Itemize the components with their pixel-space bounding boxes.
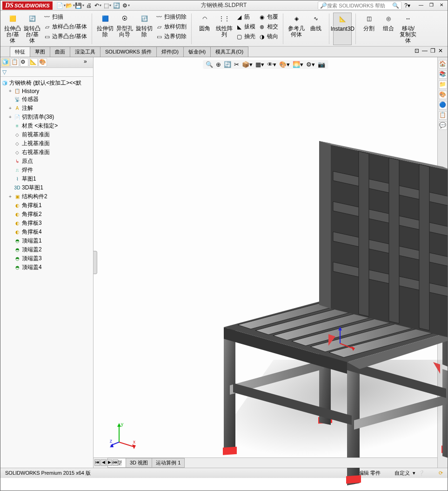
tree-node-15[interactable]: ◐角撑板3 [1, 219, 92, 228]
tab-last-icon[interactable]: ⏭ [113, 459, 118, 466]
shell-button[interactable]: ▢抽壳 [234, 32, 256, 41]
extrude-boss-button[interactable]: 🟨拉伸凸台/基体 [3, 13, 22, 45]
rebuild-icon[interactable]: 🔄 [113, 2, 120, 9]
loft-button[interactable]: ▱放样凸台/基体 [42, 22, 88, 31]
rib-button[interactable]: ◢筋 [234, 13, 256, 21]
instant3d-button[interactable]: 📐Instant3D [333, 13, 352, 45]
close-button[interactable]: ✕ [437, 2, 446, 9]
tree-node-4[interactable]: ≡材质 <未指定> [1, 121, 92, 130]
tree-node-12[interactable]: +▣结构构件2 [1, 192, 92, 201]
tree-node-2[interactable]: +A注解 [1, 104, 92, 113]
tree-node-6[interactable]: ◇上视基准面 [1, 139, 92, 148]
revolve-cut-button[interactable]: 🔃旋转切除 [135, 13, 154, 39]
open-file-icon[interactable]: 📂▾ [67, 2, 74, 9]
tree-node-20[interactable]: ◓顶端盖4 [1, 263, 92, 272]
zoom-area-icon[interactable]: ⊕ [216, 61, 221, 68]
cmd-tab-1[interactable]: 草图 [30, 47, 50, 57]
loft-cut-button[interactable]: ▱放样切割 [154, 22, 187, 31]
display-manager-tab-icon[interactable]: 🎨 [39, 58, 47, 67]
select-icon[interactable]: ⬚▾ [104, 2, 111, 9]
cmd-tab-7[interactable]: 模具工具(O) [210, 47, 248, 57]
ref-geometry-button[interactable]: ◈参考几何体 [287, 13, 306, 39]
tree-node-7[interactable]: ◇右视基准面 [1, 148, 92, 157]
boundary-cut-button[interactable]: ▭边界切除 [154, 32, 187, 41]
split-button[interactable]: ◫分割 [360, 13, 378, 33]
render-icon[interactable]: 📷 [318, 61, 325, 68]
tab-next-icon[interactable]: ▶ [107, 459, 112, 466]
tree-filter[interactable]: ▽ [0, 68, 93, 77]
bottom-tab-1[interactable]: 3D 视图 [126, 458, 152, 468]
config-manager-tab-icon[interactable]: ⚙ [20, 58, 28, 67]
tree-node-17[interactable]: ◓顶端盖1 [1, 236, 92, 245]
tab-first-icon[interactable]: ⏮ [94, 459, 100, 466]
view-settings-icon[interactable]: ⚙▾ [306, 61, 315, 68]
tree-node-16[interactable]: ◐角撑板4 [1, 228, 92, 236]
doc-min-icon[interactable]: — [422, 47, 428, 54]
linear-pattern-button[interactable]: ⋮⋮线性阵列 [215, 13, 234, 39]
dimxpert-tab-icon[interactable]: 📐 [29, 58, 38, 67]
tree-node-0[interactable]: +📋History [1, 87, 92, 95]
revolve-boss-button[interactable]: 🔄旋转凸台/基体 [23, 13, 41, 45]
tree-node-18[interactable]: ◓顶端盖2 [1, 245, 92, 254]
sweep-cut-button[interactable]: 〰扫描切除 [154, 13, 187, 21]
tree-node-19[interactable]: ◓顶端盖3 [1, 254, 92, 263]
fillet-button[interactable]: ◠圆角 [195, 13, 214, 33]
restore-button[interactable]: ❐ [427, 2, 435, 9]
cmd-tab-2[interactable]: 曲面 [50, 47, 70, 57]
design-library-icon[interactable]: 📚 [439, 70, 447, 79]
file-explorer-icon[interactable]: 📁 [439, 81, 447, 89]
section-view-icon[interactable]: ✂ [234, 61, 239, 68]
cmd-tab-0[interactable]: 特征 [10, 47, 30, 57]
intersect-button[interactable]: ⊗相交 [257, 22, 279, 31]
doc-close-icon[interactable]: ✕ [438, 47, 443, 54]
options-icon[interactable]: ⚙▾ [122, 2, 130, 9]
property-manager-tab-icon[interactable]: 📋 [11, 58, 19, 67]
boundary-button[interactable]: ▭边界凸台/基体 [42, 32, 88, 41]
view-orientation-icon[interactable]: 📦▾ [242, 61, 253, 68]
minimize-button[interactable]: — [417, 2, 425, 9]
apply-scene-icon[interactable]: 🌅▾ [293, 61, 303, 68]
hole-wizard-button[interactable]: ⦿异型孔向导 [115, 13, 134, 39]
tree-root[interactable]: 🧊方钢铁椅 (默认<按加工><<默 [1, 79, 92, 87]
search-go-icon[interactable]: 🔍 [392, 2, 399, 9]
cmd-tab-5[interactable]: 焊件(D) [156, 47, 184, 57]
mirror-button[interactable]: ◑镜向 [257, 32, 279, 41]
edit-appearance-icon[interactable]: 🎨▾ [279, 61, 290, 68]
search-input[interactable] [327, 3, 392, 8]
cmd-tab-3[interactable]: 渲染工具 [70, 47, 100, 57]
tree-node-8[interactable]: ↳原点 [1, 157, 92, 166]
cmd-tab-4[interactable]: SOLIDWORKS 插件 [100, 47, 157, 57]
wrap-button[interactable]: ◉包覆 [257, 13, 279, 21]
sweep-button[interactable]: 〰扫描 [42, 13, 88, 21]
bottom-tab-2[interactable]: 运动算例 1 [152, 458, 185, 468]
tab-prev-icon[interactable]: ◀ [100, 459, 106, 466]
print-icon[interactable]: 🖨 [85, 2, 93, 9]
tree-node-13[interactable]: ◐角撑板1 [1, 201, 92, 210]
curves-button[interactable]: ∿曲线 [307, 13, 325, 33]
custom-props-icon[interactable]: 📋 [439, 111, 447, 120]
panel-drag-handle[interactable] [94, 251, 97, 274]
tree-node-10[interactable]: ⌇草图1 [1, 175, 92, 183]
combine-button[interactable]: ◎组合 [379, 13, 398, 33]
tree-node-1[interactable]: 📡传感器 [1, 95, 92, 104]
draft-button[interactable]: ◣拔模 [234, 22, 256, 31]
tree-node-14[interactable]: ◐角撑板2 [1, 210, 92, 219]
help-search[interactable]: 🔎 🔍 [318, 1, 401, 10]
tree-node-5[interactable]: ◇前视基准面 [1, 130, 92, 139]
display-style-icon[interactable]: ▦▾ [255, 61, 264, 68]
tree-expand-icon[interactable]: » [84, 58, 92, 67]
cmd-tab-6[interactable]: 钣金(H) [183, 47, 211, 57]
help-icon[interactable]: ?▾ [404, 2, 410, 9]
extrude-cut-button[interactable]: 🟦拉伸切除 [96, 13, 114, 39]
undo-icon[interactable]: ↶▾ [94, 2, 102, 9]
new-file-icon[interactable]: 📄▾ [57, 2, 65, 9]
doc-options-icon[interactable]: ⊡ [415, 47, 419, 54]
move-copy-button[interactable]: ↔移动/复制实体 [399, 13, 417, 45]
view-palette-icon[interactable]: 🎨 [439, 91, 447, 99]
prev-view-icon[interactable]: 🔄 [224, 61, 231, 68]
forum-icon[interactable]: 💬 [439, 121, 447, 130]
tree-node-11[interactable]: 3D3D草图1 [1, 183, 92, 192]
doc-restore-icon[interactable]: ❐ [430, 47, 435, 54]
sw-resources-icon[interactable]: 🏠 [439, 60, 447, 68]
tree-node-3[interactable]: +📄切割清单(38) [1, 113, 92, 121]
